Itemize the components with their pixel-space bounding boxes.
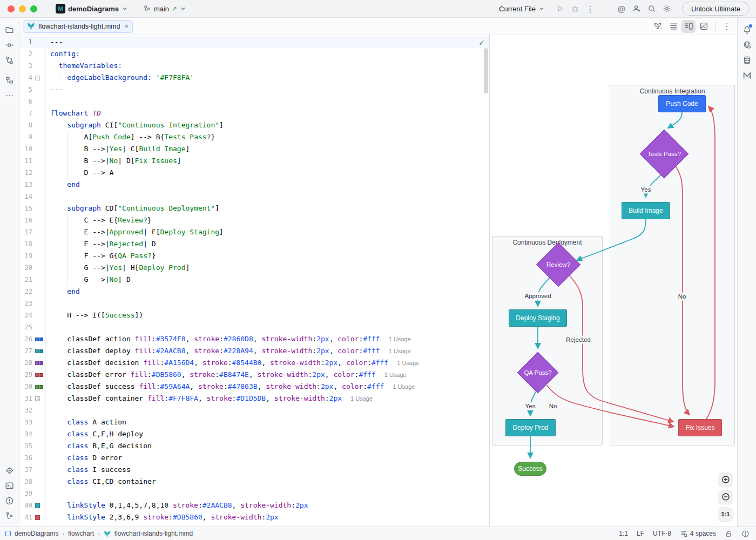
usage-hint[interactable]: 1 Usage: [384, 372, 407, 378]
code-line[interactable]: 30 classDef success fill:#59A64A, stroke…: [19, 381, 489, 393]
notifications-button[interactable]: [739, 22, 754, 37]
color-chip[interactable]: [35, 385, 39, 389]
color-chip[interactable]: [35, 373, 39, 377]
gutter-color-chips[interactable]: [32, 357, 46, 369]
gutter-color-chips[interactable]: [32, 179, 46, 191]
code-line[interactable]: 35 class B,E,G decision: [19, 440, 489, 452]
code-text[interactable]: ---: [46, 84, 63, 96]
mermaid-toolwindow-button[interactable]: [739, 68, 754, 83]
code-line[interactable]: 3 themeVariables:: [19, 60, 489, 72]
code-text[interactable]: C --> E{Review?}: [46, 214, 152, 226]
sidebar-item-problems[interactable]: [2, 493, 17, 508]
code-line[interactable]: 22 end: [19, 286, 489, 298]
close-tab-icon[interactable]: ×: [124, 22, 129, 30]
mermaid-help-button[interactable]: ?: [651, 20, 665, 33]
line-number[interactable]: 1: [19, 36, 32, 48]
gutter-color-chips[interactable]: [32, 131, 46, 143]
gutter-color-chips[interactable]: [32, 345, 46, 357]
sidebar-item-services[interactable]: [2, 463, 17, 478]
run-configuration-selector[interactable]: Current File: [496, 3, 548, 15]
gutter-color-chips[interactable]: [32, 167, 46, 179]
usage-hint[interactable]: 1 Usage: [389, 348, 411, 354]
sidebar-item-structure[interactable]: [2, 72, 17, 87]
line-separator-widget[interactable]: LF: [637, 530, 644, 537]
branch-widget[interactable]: main ↗: [140, 3, 190, 15]
gutter-color-chips[interactable]: [32, 119, 46, 131]
code-text[interactable]: subgraph CI["Continuous Integration"]: [46, 119, 224, 131]
line-number[interactable]: 20: [19, 262, 32, 274]
code-text[interactable]: themeVariables:: [46, 60, 122, 72]
line-number[interactable]: 2: [19, 48, 32, 60]
gutter-color-chips[interactable]: [32, 393, 46, 404]
line-number[interactable]: 37: [19, 464, 32, 476]
preview-only-view-button[interactable]: [697, 20, 711, 33]
ai-assistant-button[interactable]: @: [614, 2, 629, 16]
minimize-window-button[interactable]: [19, 5, 26, 12]
gutter-color-chips[interactable]: [32, 309, 46, 321]
gutter-color-chips[interactable]: [32, 428, 46, 440]
line-number[interactable]: 10: [19, 143, 32, 155]
usage-hint[interactable]: 1 Usage: [393, 383, 415, 390]
gutter-color-chips[interactable]: [32, 464, 46, 476]
sidebar-item-commit[interactable]: [2, 37, 17, 52]
gutter-color-chips[interactable]: [32, 238, 46, 250]
code-text[interactable]: class B,E,G decision: [46, 440, 152, 452]
line-number[interactable]: 3: [19, 60, 32, 72]
code-text[interactable]: class A action: [46, 416, 126, 428]
color-chip[interactable]: [35, 503, 40, 508]
debug-button[interactable]: [568, 2, 583, 16]
gutter-color-chips[interactable]: [32, 381, 46, 393]
code-line[interactable]: 23: [19, 298, 489, 309]
line-number[interactable]: 9: [19, 131, 32, 143]
code-text[interactable]: E -->|Rejected| D: [46, 238, 156, 250]
code-text[interactable]: edgeLabelBackground: '#F7F8FA': [46, 72, 194, 84]
line-number[interactable]: 21: [19, 274, 32, 286]
code-line[interactable]: 10 B -->|Yes| C[Build Image]: [19, 143, 489, 155]
ai-assistant-toolwindow-button[interactable]: [739, 37, 754, 52]
code-text[interactable]: class CI,CD container: [46, 476, 156, 488]
line-number[interactable]: 4: [19, 72, 32, 84]
line-number[interactable]: 13: [19, 179, 32, 191]
gutter-color-chips[interactable]: [32, 262, 46, 274]
gutter-color-chips[interactable]: [32, 84, 46, 96]
line-number[interactable]: 25: [19, 321, 32, 333]
sidebar-item-pull-requests[interactable]: [2, 52, 17, 68]
code-text[interactable]: G -->|No| D: [46, 274, 131, 286]
code-line[interactable]: 36 class D error: [19, 452, 489, 464]
code-text[interactable]: class I success: [46, 464, 131, 476]
color-chip[interactable]: [39, 338, 43, 341]
line-number[interactable]: 31: [19, 393, 32, 404]
usage-hint[interactable]: 1 Usage: [389, 336, 411, 342]
tab-flowchart-islands-light[interactable]: flowchart-islands-light.mmd ×: [23, 20, 133, 33]
code-line[interactable]: 5---: [19, 84, 489, 96]
code-text[interactable]: H --> I([Success]): [46, 309, 143, 321]
line-number[interactable]: 18: [19, 238, 32, 250]
code-line[interactable]: 26 classDef action fill:#3574F0, stroke:…: [19, 333, 489, 345]
line-number[interactable]: 8: [19, 119, 32, 131]
line-number[interactable]: 12: [19, 167, 32, 179]
code-text[interactable]: B -->|No| D[Fix Issues]: [46, 155, 181, 167]
line-number[interactable]: 5: [19, 84, 32, 96]
sidebar-item-terminal[interactable]: [2, 478, 17, 493]
code-text[interactable]: linkStyle 2,3,6,9 stroke:#DB5860, stroke…: [46, 511, 279, 523]
code-text[interactable]: class C,F,H deploy: [46, 428, 143, 440]
breadcrumb-project[interactable]: demoDiagrams: [15, 530, 58, 537]
run-button[interactable]: [552, 2, 568, 16]
code-line[interactable]: 9 A[Push Code] --> B{Tests Pass?}: [19, 131, 489, 143]
line-number[interactable]: 27: [19, 345, 32, 357]
color-chip[interactable]: [35, 361, 39, 365]
code-line[interactable]: 33 class A action: [19, 416, 489, 428]
editor-only-view-button[interactable]: [666, 20, 680, 33]
close-window-button[interactable]: [8, 5, 15, 12]
code-line[interactable]: 38 class CI,CD container: [19, 476, 489, 488]
gutter-color-chips[interactable]: [32, 214, 46, 226]
line-number[interactable]: 30: [19, 381, 32, 393]
usage-hint[interactable]: 1 Usage: [350, 395, 373, 402]
line-number[interactable]: 15: [19, 202, 32, 214]
gutter-color-chips[interactable]: [32, 48, 46, 60]
editor-more-options-button[interactable]: ⋮: [720, 20, 734, 33]
code-text[interactable]: classDef action fill:#3574F0, stroke:#28…: [46, 333, 411, 345]
code-line[interactable]: 17 E -->|Approved| F[Deploy Staging]: [19, 226, 489, 238]
code-line[interactable]: 15 subgraph CD["Continuous Deployment"]: [19, 202, 489, 214]
line-number[interactable]: 17: [19, 226, 32, 238]
